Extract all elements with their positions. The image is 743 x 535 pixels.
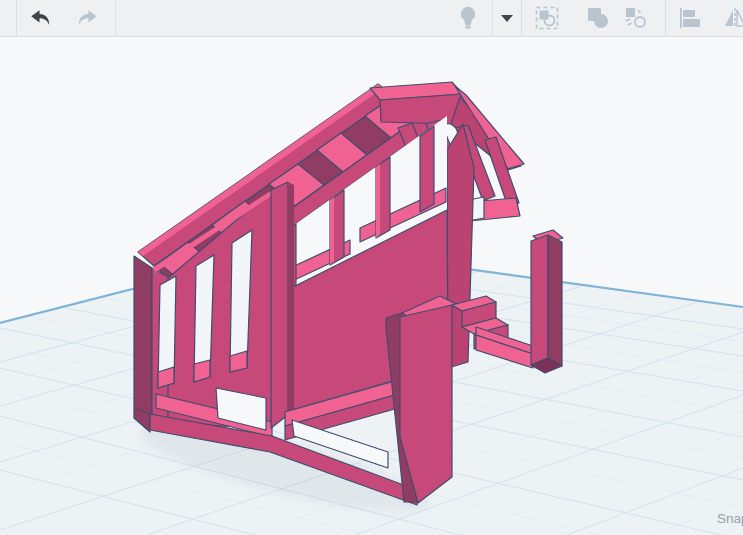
toolbar-divider — [665, 0, 666, 36]
redo-button[interactable] — [76, 0, 100, 36]
group-dashed-icon — [535, 6, 559, 30]
lightbulb-icon — [456, 5, 480, 31]
undo-button[interactable] — [28, 0, 52, 36]
viewport-3d[interactable] — [0, 36, 743, 535]
ungroup-button[interactable] — [624, 0, 648, 36]
ungroup-icon — [624, 6, 648, 30]
flip-mirror-icon — [723, 6, 743, 30]
show-all-button[interactable] — [456, 0, 480, 36]
toolbar-divider — [16, 0, 17, 36]
view-options-dropdown[interactable] — [498, 0, 516, 36]
redo-arrow-icon — [76, 6, 100, 30]
snap-grid-label[interactable]: Snap Grid — [717, 511, 743, 526]
scene-canvas — [0, 36, 743, 535]
tinkercad-editor: Snap Grid — [0, 0, 743, 535]
caret-down-icon — [500, 13, 514, 23]
align-button[interactable] — [678, 0, 702, 36]
group-solid-icon — [586, 6, 610, 30]
align-icon — [678, 6, 702, 30]
top-toolbar — [0, 0, 743, 37]
group-select-button[interactable] — [535, 0, 559, 36]
undo-arrow-icon — [28, 6, 52, 30]
flip-button[interactable] — [723, 0, 743, 36]
toolbar-divider — [115, 0, 116, 36]
toolbar-divider — [521, 0, 522, 36]
group-button[interactable] — [586, 0, 610, 36]
toolbar-divider — [492, 0, 493, 36]
